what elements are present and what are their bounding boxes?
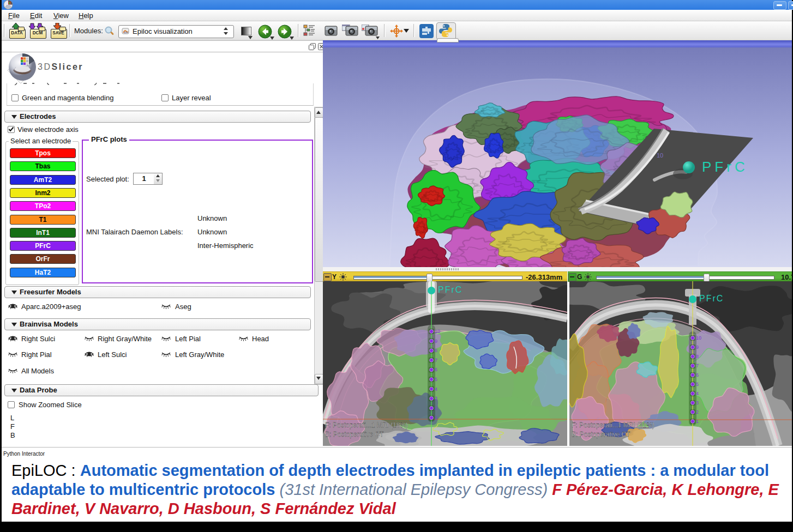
svg-text:PFrC: PFrC <box>438 285 462 294</box>
svg-text:PFrC: PFrC <box>699 294 724 303</box>
svg-text:F: Postoperati...1 MRI (18%): F: Postoperati...1 MRI (18%) <box>325 421 408 429</box>
svg-text:3: 3 <box>435 396 437 401</box>
svg-text:10: 10 <box>696 335 701 341</box>
svg-text:6: 6 <box>435 367 437 372</box>
svg-text:1: 1 <box>696 419 699 424</box>
svg-text:8: 8 <box>696 354 699 359</box>
svg-text:PFrC: PFrC <box>702 159 748 175</box>
svg-text:7: 7 <box>435 358 437 363</box>
svg-text:6: 6 <box>696 372 699 378</box>
svg-text:F: Postoperati...1 MRI (31%): F: Postoperati...1 MRI (31%) <box>572 421 654 429</box>
svg-text:B: Postoperative CT: B: Postoperative CT <box>325 431 384 438</box>
svg-text:4: 4 <box>696 391 699 396</box>
svg-text:8: 8 <box>435 348 437 353</box>
svg-text:4: 4 <box>435 386 437 392</box>
svg-text:B: Postoperative CT: B: Postoperative CT <box>572 431 630 438</box>
svg-text:1: 1 <box>435 415 437 420</box>
svg-text:9: 9 <box>435 338 437 344</box>
svg-text:10: 10 <box>435 329 440 334</box>
svg-text:5: 5 <box>435 377 437 382</box>
svg-text:7: 7 <box>696 363 699 368</box>
svg-text:10: 10 <box>657 152 663 159</box>
svg-text:9: 9 <box>696 344 699 350</box>
svg-text:5: 5 <box>696 382 699 387</box>
svg-text:icm: icm <box>124 31 128 34</box>
svg-text:2: 2 <box>696 409 699 415</box>
svg-text:2: 2 <box>435 406 437 411</box>
svg-text:3: 3 <box>696 400 699 406</box>
